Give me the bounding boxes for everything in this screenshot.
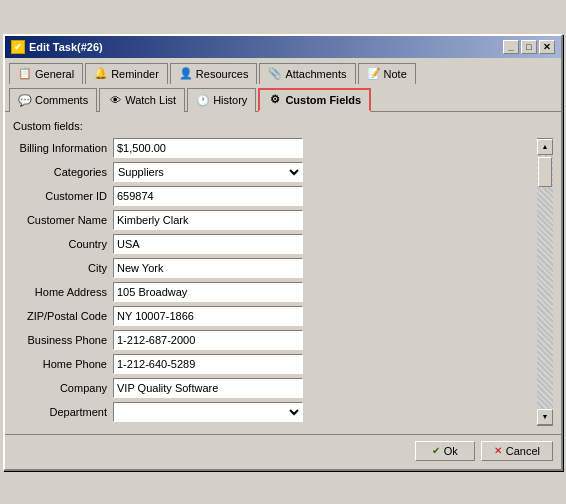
tab-comments-label: Comments [35,94,88,106]
scrollbar[interactable]: ▲ ▼ [537,138,553,426]
field-row: Customer ID [13,186,537,206]
tab-comments[interactable]: 💬 Comments [9,88,97,112]
tab-customfields-label: Custom Fields [285,94,361,106]
tab-row-1: 📋 General 🔔 Reminder 👤 Resources 📎 Attac… [5,58,561,83]
note-icon: 📝 [367,67,381,81]
general-icon: 📋 [18,67,32,81]
section-label: Custom fields: [13,120,553,132]
minimize-button[interactable]: _ [503,40,519,54]
maximize-button[interactable]: □ [521,40,537,54]
tab-resources-label: Resources [196,68,249,80]
field-label-company: Company [13,382,113,394]
field-row: Company [13,378,537,398]
field-label-business-phone: Business Phone [13,334,113,346]
field-row: Billing Information [13,138,537,158]
field-row: ZIP/Postal Code [13,306,537,326]
scroll-track [537,155,553,409]
field-select-categories[interactable]: Suppliers [113,162,303,182]
ok-button[interactable]: ✔ Ok [415,441,475,461]
field-label-city: City [13,262,113,274]
title-bar-left: ✔ Edit Task(#26) [11,40,103,54]
field-label-customer-id: Customer ID [13,190,113,202]
field-label-billing-information: Billing Information [13,142,113,154]
tab-history-label: History [213,94,247,106]
tab-general[interactable]: 📋 General [9,63,83,84]
reminder-icon: 🔔 [94,67,108,81]
ok-icon: ✔ [432,445,440,456]
tab-watchlist[interactable]: 👁 Watch List [99,88,185,112]
field-input-home-address[interactable] [113,282,303,302]
history-icon: 🕐 [196,93,210,107]
field-row: Home Phone [13,354,537,374]
field-input-company[interactable] [113,378,303,398]
tab-attachments-label: Attachments [285,68,346,80]
field-row: Business Phone [13,330,537,350]
content-area: Custom fields: Billing InformationCatego… [5,111,561,434]
title-bar: ✔ Edit Task(#26) _ □ ✕ [5,36,561,58]
tab-note[interactable]: 📝 Note [358,63,416,84]
tab-row-2: 💬 Comments 👁 Watch List 🕐 History ⚙ Cust… [5,83,561,111]
tab-attachments[interactable]: 📎 Attachments [259,63,355,84]
field-row: Customer Name [13,210,537,230]
cancel-label: Cancel [506,445,540,457]
tab-history[interactable]: 🕐 History [187,88,256,112]
tab-reminder[interactable]: 🔔 Reminder [85,63,168,84]
field-row: Home Address [13,282,537,302]
customfields-icon: ⚙ [268,93,282,107]
title-controls: _ □ ✕ [503,40,555,54]
field-label-customer-name: Customer Name [13,214,113,226]
tab-customfields[interactable]: ⚙ Custom Fields [258,88,371,112]
tab-resources[interactable]: 👤 Resources [170,63,258,84]
field-label-department: Department [13,406,113,418]
field-row: CategoriesSuppliers [13,162,537,182]
field-row: Country [13,234,537,254]
cancel-button[interactable]: ✕ Cancel [481,441,553,461]
tab-general-label: General [35,68,74,80]
tab-note-label: Note [384,68,407,80]
window-title: Edit Task(#26) [29,41,103,53]
scroll-up-button[interactable]: ▲ [537,139,553,155]
comments-icon: 💬 [18,93,32,107]
ok-label: Ok [444,445,458,457]
field-input-city[interactable] [113,258,303,278]
scroll-container: Billing InformationCategoriesSuppliersCu… [13,138,553,426]
field-select-wrapper: Suppliers [113,162,303,182]
field-input-customer-name[interactable] [113,210,303,230]
attachments-icon: 📎 [268,67,282,81]
window-icon: ✔ [11,40,25,54]
resources-icon: 👤 [179,67,193,81]
tab-reminder-label: Reminder [111,68,159,80]
button-bar: ✔ Ok ✕ Cancel [5,434,561,469]
cancel-icon: ✕ [494,445,502,456]
field-input-customer-id[interactable] [113,186,303,206]
field-input-zip/postal-code[interactable] [113,306,303,326]
field-select-department[interactable] [113,402,303,422]
fields-area: Billing InformationCategoriesSuppliersCu… [13,138,537,426]
field-label-country: Country [13,238,113,250]
field-label-home-phone: Home Phone [13,358,113,370]
field-select-wrapper [113,402,303,422]
field-input-home-phone[interactable] [113,354,303,374]
scroll-thumb[interactable] [538,157,552,187]
watchlist-icon: 👁 [108,93,122,107]
field-row: Department [13,402,537,422]
edit-task-window: ✔ Edit Task(#26) _ □ ✕ 📋 General 🔔 Remin… [3,34,563,471]
scroll-down-button[interactable]: ▼ [537,409,553,425]
field-label-zip/postal-code: ZIP/Postal Code [13,310,113,322]
field-input-country[interactable] [113,234,303,254]
field-row: City [13,258,537,278]
close-button[interactable]: ✕ [539,40,555,54]
tab-watchlist-label: Watch List [125,94,176,106]
field-label-categories: Categories [13,166,113,178]
field-input-billing-information[interactable] [113,138,303,158]
field-input-business-phone[interactable] [113,330,303,350]
field-label-home-address: Home Address [13,286,113,298]
